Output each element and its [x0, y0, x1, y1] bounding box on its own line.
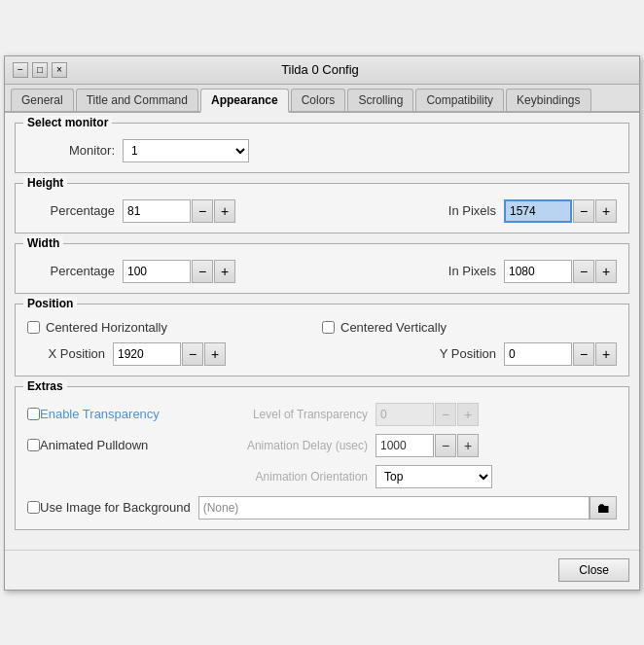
- transparency-plus: +: [457, 403, 479, 426]
- height-row: Percentage − + In Pixels − +: [27, 199, 617, 223]
- tab-general[interactable]: General: [11, 89, 74, 111]
- x-position-half: X Position − +: [27, 342, 226, 366]
- height-percentage-minus[interactable]: −: [192, 199, 213, 223]
- width-percentage-minus[interactable]: −: [192, 260, 213, 283]
- tab-colors[interactable]: Colors: [291, 89, 346, 111]
- animation-delay-plus[interactable]: +: [457, 434, 479, 457]
- monitor-select[interactable]: 1: [123, 139, 249, 162]
- transparency-value-input: [376, 403, 434, 426]
- position-group-title: Position: [23, 297, 77, 310]
- animation-checkbox[interactable]: [27, 439, 40, 451]
- centered-h-label: Centered Horizontally: [46, 320, 167, 335]
- width-pixels-minus[interactable]: −: [573, 260, 594, 283]
- transparency-minus: −: [435, 403, 456, 426]
- image-label: Use Image for Background: [40, 500, 191, 515]
- y-position-half: Y Position − +: [418, 342, 617, 366]
- animation-left: Animated Pulldown: [27, 438, 222, 452]
- x-position-spinner: − +: [113, 342, 226, 366]
- width-percentage-label: Percentage: [27, 264, 115, 278]
- width-pixels-spinner: − +: [504, 260, 617, 283]
- y-position-plus[interactable]: +: [595, 342, 617, 366]
- image-row: Use Image for Background 🖿: [27, 496, 617, 520]
- width-percentage-plus[interactable]: +: [214, 260, 235, 283]
- height-group: Height Percentage − + In Pixels − +: [15, 183, 629, 233]
- orientation-label: Animation Orientation: [222, 470, 368, 484]
- height-percentage-plus[interactable]: +: [214, 199, 235, 223]
- animation-row: Animated Pulldown Animation Delay (usec)…: [27, 434, 617, 457]
- animation-label: Animated Pulldown: [40, 438, 148, 452]
- image-checkbox[interactable]: [27, 501, 40, 514]
- maximize-button[interactable]: □: [32, 62, 48, 78]
- animation-right: Animation Delay (usec) − +: [222, 434, 617, 457]
- close-button[interactable]: Close: [558, 558, 629, 582]
- position-checkboxes: Centered Horizontally Centered Verticall…: [27, 320, 617, 335]
- image-path-input[interactable]: [198, 496, 590, 520]
- transparency-checkbox[interactable]: [27, 408, 40, 420]
- y-position-input[interactable]: [504, 342, 572, 366]
- width-pixels-input[interactable]: [504, 260, 572, 283]
- height-pixels-minus[interactable]: −: [573, 199, 594, 223]
- xy-position-row: X Position − + Y Position − +: [27, 342, 617, 366]
- monitor-group-title: Select monitor: [23, 116, 112, 129]
- minimize-button[interactable]: −: [13, 62, 28, 78]
- centered-h-checkbox[interactable]: [27, 321, 40, 334]
- tab-keybindings[interactable]: Keybindings: [506, 89, 590, 111]
- height-group-title: Height: [23, 176, 67, 190]
- tab-bar: General Title and Command Appearance Col…: [5, 85, 639, 113]
- monitor-row: Monitor: 1: [27, 139, 617, 162]
- image-browse-button[interactable]: 🖿: [590, 496, 617, 520]
- titlebar: − □ × Tilda 0 Config: [5, 56, 639, 85]
- transparency-label: Enable Transparency: [40, 407, 160, 421]
- width-row: Percentage − + In Pixels − +: [27, 260, 617, 283]
- height-pixels-label: In Pixels: [438, 203, 496, 218]
- extras-group-title: Extras: [23, 379, 67, 393]
- y-position-label: Y Position: [418, 346, 496, 361]
- width-pixels-label: In Pixels: [438, 264, 496, 278]
- titlebar-controls: − □ ×: [13, 62, 67, 78]
- main-window: − □ × Tilda 0 Config General Title and C…: [4, 55, 640, 591]
- y-position-spinner: − +: [504, 342, 617, 366]
- height-pixels-input[interactable]: [504, 199, 572, 223]
- height-percentage-label: Percentage: [27, 203, 115, 218]
- orientation-right: Animation Orientation Top Bottom Left Ri…: [222, 465, 617, 488]
- height-percentage-input[interactable]: [123, 199, 191, 223]
- close-button[interactable]: ×: [52, 62, 67, 78]
- tab-appearance[interactable]: Appearance: [200, 89, 289, 113]
- animation-delay-label: Animation Delay (usec): [222, 439, 368, 452]
- x-position-label: X Position: [27, 346, 105, 361]
- tab-title-command[interactable]: Title and Command: [76, 89, 198, 111]
- folder-icon: 🖿: [596, 500, 610, 516]
- monitor-label: Monitor:: [27, 143, 115, 158]
- height-pixels-spinner: − +: [504, 199, 617, 223]
- centered-h-row: Centered Horizontally: [27, 320, 322, 335]
- width-percentage-spinner: − +: [123, 260, 235, 283]
- tab-scrolling[interactable]: Scrolling: [347, 89, 413, 111]
- monitor-group: Select monitor Monitor: 1: [15, 123, 629, 173]
- height-pixels-plus[interactable]: +: [595, 199, 617, 223]
- transparency-level-label: Level of Transparency: [222, 408, 368, 421]
- y-position-minus[interactable]: −: [573, 342, 594, 366]
- x-position-minus[interactable]: −: [182, 342, 203, 366]
- extras-group: Extras Enable Transparency Level of Tran…: [15, 386, 629, 530]
- animation-delay-minus[interactable]: −: [435, 434, 456, 457]
- x-position-plus[interactable]: +: [204, 342, 226, 366]
- tab-content: Select monitor Monitor: 1 Height Percent…: [5, 113, 639, 550]
- centered-v-label: Centered Vertically: [340, 320, 447, 335]
- transparency-row: Enable Transparency Level of Transparenc…: [27, 403, 617, 426]
- x-position-input[interactable]: [113, 342, 181, 366]
- transparency-right: Level of Transparency − +: [222, 403, 617, 426]
- footer: Close: [5, 550, 639, 590]
- centered-v-row: Centered Vertically: [322, 320, 617, 335]
- width-group-title: Width: [23, 236, 63, 250]
- position-group: Position Centered Horizontally Centered …: [15, 304, 629, 376]
- tab-compatibility[interactable]: Compatibility: [415, 89, 504, 111]
- centered-v-checkbox[interactable]: [322, 321, 335, 334]
- width-group: Width Percentage − + In Pixels − +: [15, 243, 629, 294]
- window-title: Tilda 0 Config: [67, 62, 573, 77]
- width-pixels-plus[interactable]: +: [595, 260, 617, 283]
- height-percentage-spinner: − +: [123, 199, 235, 223]
- orientation-select[interactable]: Top Bottom Left Right: [376, 465, 492, 488]
- animation-delay-input[interactable]: [376, 434, 434, 457]
- width-percentage-input[interactable]: [123, 260, 191, 283]
- orientation-row: Animation Orientation Top Bottom Left Ri…: [27, 465, 617, 488]
